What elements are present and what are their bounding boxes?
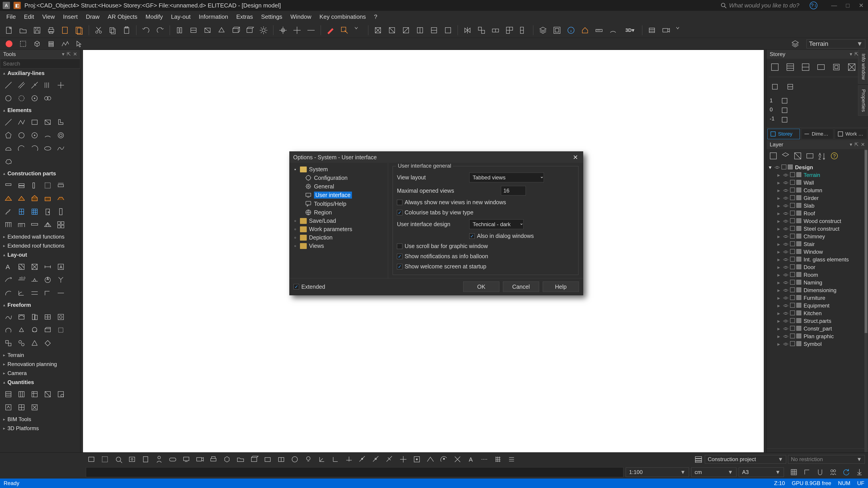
q5-icon[interactable] bbox=[55, 388, 67, 400]
dialog-title-bar[interactable]: Options - System - User interface ✕ bbox=[289, 152, 583, 163]
dialog-close-icon[interactable]: ✕ bbox=[571, 153, 579, 161]
elem-circle-icon[interactable] bbox=[16, 129, 28, 141]
refresh-icon[interactable] bbox=[841, 467, 852, 478]
layer-root[interactable]: ▾Design bbox=[768, 164, 867, 171]
ff5-icon[interactable] bbox=[55, 311, 67, 323]
layer-item[interactable]: ▸Room bbox=[768, 271, 867, 279]
cat-elements[interactable]: Elements bbox=[0, 106, 80, 115]
bt-person-icon[interactable] bbox=[153, 453, 165, 465]
ff7-icon[interactable] bbox=[16, 324, 28, 336]
lo-branch-icon[interactable] bbox=[55, 274, 67, 286]
paste-icon[interactable] bbox=[120, 24, 133, 37]
wall-section-icon[interactable] bbox=[173, 24, 186, 37]
menu-settings[interactable]: Settings bbox=[261, 13, 282, 20]
layer-item[interactable]: ▸Wall bbox=[768, 179, 867, 187]
bt5-icon[interactable] bbox=[140, 453, 151, 465]
notifications-checkbox[interactable]: ✓Show notifications as info balloon bbox=[397, 253, 488, 260]
aux-line3-icon[interactable] bbox=[29, 79, 41, 91]
bt-snap7-icon[interactable] bbox=[438, 453, 450, 465]
cancel-button[interactable]: Cancel bbox=[503, 282, 539, 292]
tree-workparams[interactable]: ▫Work parameters bbox=[291, 225, 386, 233]
dialog-tree[interactable]: ▪System Configuration General User inter… bbox=[289, 163, 388, 278]
menu-draw[interactable]: Draw bbox=[86, 13, 100, 20]
bt4-icon[interactable] bbox=[126, 453, 138, 465]
elem-arc-icon[interactable] bbox=[16, 142, 28, 155]
q3-icon[interactable] bbox=[29, 388, 41, 400]
cat-ext-wall[interactable]: Extended wall functions bbox=[0, 232, 80, 241]
dup3-icon[interactable] bbox=[503, 24, 516, 37]
people-icon[interactable] bbox=[828, 467, 839, 478]
layer-sort-icon[interactable]: AZ bbox=[817, 151, 827, 160]
tab-work[interactable]: Work … bbox=[835, 129, 867, 139]
aux-cross-icon[interactable] bbox=[55, 79, 67, 91]
cat-ext-roof[interactable]: Extended roof functions bbox=[0, 241, 80, 250]
view-layout-select[interactable]: Tabbed views bbox=[469, 173, 544, 182]
bt-axes2-icon[interactable] bbox=[330, 453, 341, 465]
storey-lvlm1-icon[interactable] bbox=[781, 116, 788, 123]
menu-edit[interactable]: Edit bbox=[24, 13, 34, 20]
boxx6-icon[interactable] bbox=[442, 24, 454, 37]
shade-icon[interactable] bbox=[201, 24, 214, 37]
copy-icon[interactable] bbox=[106, 24, 119, 37]
ruler-icon[interactable] bbox=[593, 24, 605, 37]
ortho-icon[interactable] bbox=[802, 467, 812, 478]
command-input[interactable] bbox=[86, 467, 623, 477]
bt-cam-icon[interactable] bbox=[194, 453, 206, 465]
open-file-icon[interactable] bbox=[17, 24, 29, 37]
layer-close-icon[interactable]: ✕ bbox=[861, 142, 865, 148]
scrollbar-checkbox[interactable]: Use scroll bar for graphic window bbox=[397, 243, 488, 250]
bt-hatch-icon[interactable] bbox=[506, 453, 518, 465]
lo-angle-icon[interactable] bbox=[16, 287, 28, 299]
bt-axes3-icon[interactable] bbox=[343, 453, 355, 465]
cp3-icon[interactable] bbox=[29, 180, 41, 192]
q4-icon[interactable] bbox=[41, 388, 54, 400]
ff6-icon[interactable] bbox=[2, 324, 14, 336]
download-icon[interactable] bbox=[854, 467, 865, 478]
grid-toggle-icon[interactable] bbox=[788, 467, 799, 478]
dup1-icon[interactable] bbox=[475, 24, 488, 37]
layer-pin-icon[interactable]: ⇱ bbox=[855, 142, 859, 148]
tree-user-interface[interactable]: User interface bbox=[291, 191, 386, 199]
orange-doc2-icon[interactable] bbox=[73, 24, 86, 37]
bt-screen-icon[interactable] bbox=[180, 453, 192, 465]
boxx2-icon[interactable] bbox=[385, 24, 398, 37]
layer-i1-icon[interactable] bbox=[769, 151, 778, 160]
scale-selector[interactable]: 1:100▼ bbox=[626, 467, 689, 477]
construction-project-selector[interactable]: Construction project▼ bbox=[705, 455, 786, 464]
select-rect-icon[interactable] bbox=[17, 37, 29, 50]
edit-box-icon[interactable] bbox=[338, 24, 351, 37]
layer-item[interactable]: ▸Plan graphic bbox=[768, 332, 867, 340]
panel-pin-icon[interactable]: ⇱ bbox=[67, 51, 71, 57]
storey-i1-icon[interactable] bbox=[769, 61, 781, 73]
cp-grid-icon[interactable] bbox=[29, 205, 41, 218]
layer-item[interactable]: ▸Slab bbox=[768, 202, 867, 210]
cp-rail2-icon[interactable] bbox=[16, 219, 28, 231]
extended-checkbox[interactable]: ✓Extended bbox=[293, 284, 325, 290]
cat-freeform[interactable]: Freeform bbox=[0, 300, 80, 310]
colourise-tabs-checkbox[interactable]: ✓Colourise tabs by view type bbox=[397, 209, 473, 216]
lo-pline-icon[interactable] bbox=[29, 287, 41, 299]
boxx1-icon[interactable] bbox=[372, 24, 384, 37]
cp1-icon[interactable] bbox=[2, 180, 14, 192]
boxx3-icon[interactable] bbox=[400, 24, 412, 37]
aux-lines4-icon[interactable] bbox=[41, 79, 54, 91]
elem-l-icon[interactable] bbox=[55, 116, 67, 128]
layer-item[interactable]: ▸Constr_part bbox=[768, 325, 867, 332]
layer-item[interactable]: ▸Naming bbox=[768, 279, 867, 287]
menu-information[interactable]: Information bbox=[199, 13, 228, 20]
mirror-icon[interactable] bbox=[461, 24, 474, 37]
lo-lvl-icon[interactable]: ±0.0 bbox=[16, 274, 28, 286]
layer-item[interactable]: ▸Symbol bbox=[768, 340, 867, 348]
aux-line-icon[interactable] bbox=[2, 79, 14, 91]
lo-text-icon[interactable]: A bbox=[2, 261, 14, 273]
storey-i3-icon[interactable] bbox=[800, 61, 812, 73]
layer-item[interactable]: ▸Girder bbox=[768, 194, 867, 202]
camera-icon[interactable] bbox=[659, 24, 672, 37]
movie-icon[interactable] bbox=[646, 24, 658, 37]
tree-views[interactable]: ▫Views bbox=[291, 242, 386, 250]
lo-hatch2-icon[interactable] bbox=[29, 261, 41, 273]
layer-item[interactable]: ▸Chimney bbox=[768, 233, 867, 240]
q6-icon[interactable] bbox=[2, 401, 14, 414]
center-icon[interactable] bbox=[277, 24, 289, 37]
cube-icon[interactable] bbox=[31, 37, 43, 50]
